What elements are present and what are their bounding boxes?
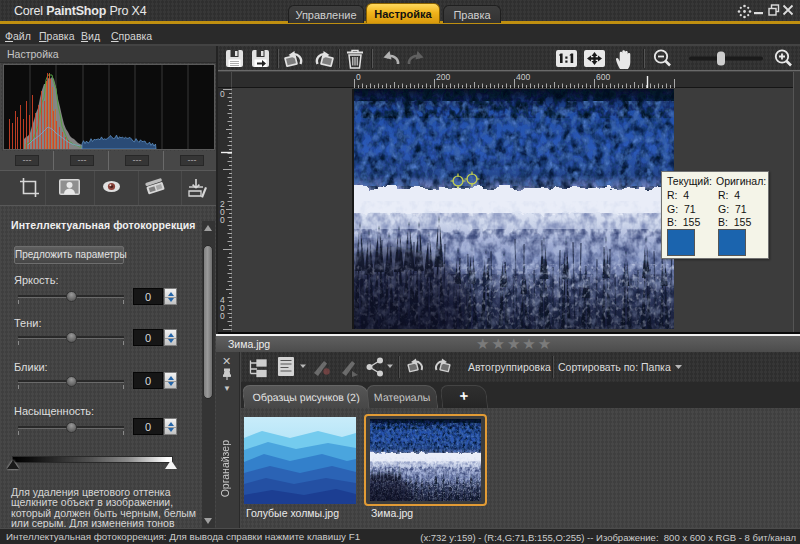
svg-text:600: 600	[596, 72, 610, 82]
svg-text:200: 200	[436, 72, 450, 82]
svg-text:0: 0	[220, 311, 225, 321]
svg-text:0: 0	[356, 72, 361, 82]
svg-text:0: 0	[220, 89, 225, 99]
svg-text:0: 0	[220, 215, 225, 225]
svg-text:400: 400	[516, 72, 530, 82]
